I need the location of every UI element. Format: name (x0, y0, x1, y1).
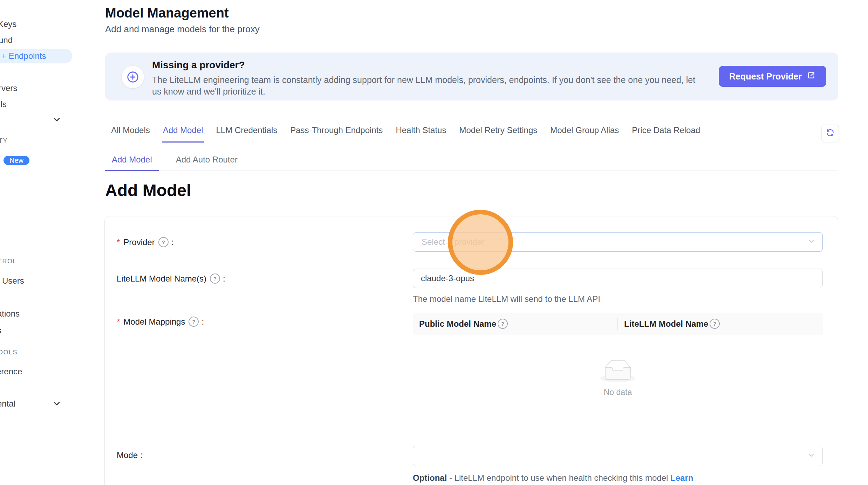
add-model-subtabs: Add Model Add Auto Router (105, 155, 838, 171)
tab-pass-through-endpoints[interactable]: Pass-Through Endpoints (289, 125, 384, 142)
sidebar-section-ty: TY (0, 137, 8, 145)
tab-all-models[interactable]: All Models (110, 125, 151, 142)
sidebar-item-experimental[interactable]: ental (0, 399, 15, 409)
required-asterisk: * (117, 317, 120, 327)
no-data-text: No data (604, 388, 632, 397)
page-subtitle: Add and manage models for the proxy (105, 24, 260, 35)
model-tabs: All Models Add Model LLM Credentials Pas… (105, 125, 838, 142)
tab-model-retry-settings[interactable]: Model Retry Settings (458, 125, 538, 142)
sidebar-item-organizations[interactable]: ations (0, 309, 20, 319)
main-content: Model Management Add and manage models f… (77, 0, 868, 485)
column-litellm-model-name-text: LiteLLM Model Name (624, 319, 708, 329)
subtab-add-model[interactable]: Add Model (105, 155, 159, 171)
model-management-page: { "sidebar": { "keys": "Keys", "und": "u… (0, 0, 868, 485)
provider-label-text: Provider (123, 237, 155, 247)
model-name-input[interactable] (413, 269, 823, 288)
request-provider-label: Request Provider (729, 71, 802, 82)
help-icon[interactable]: ? (189, 317, 199, 327)
mode-helper-text: - LiteLLM endpoint to use when health ch… (447, 473, 670, 483)
banner-body: The LiteLLM engineering team is constant… (152, 74, 706, 97)
tab-health-status[interactable]: Health Status (395, 125, 447, 142)
label-colon: : (223, 274, 225, 284)
sidebar-item-endpoints-label: + Endpoints (1, 51, 46, 61)
help-icon[interactable]: ? (710, 319, 720, 329)
mappings-table-header: Public Model Name ? LiteLLM Model Name ? (413, 313, 823, 335)
provider-select[interactable]: Select a provider (413, 232, 823, 252)
banner-title: Missing a provider? (152, 60, 245, 71)
model-name-label-text: LiteLLM Model Name(s) (117, 274, 206, 284)
column-litellm-model-name: LiteLLM Model Name ? (618, 313, 823, 335)
mode-helper: Optional - LiteLLM endpoint to use when … (413, 473, 693, 483)
add-model-form-card: * Provider ? : Select a provider LiteLLM… (104, 216, 838, 485)
mappings-table-empty-state: No data (413, 335, 823, 428)
mode-label-text: Mode (117, 450, 138, 460)
add-model-heading: Add Model (105, 181, 191, 200)
chevron-down-icon (807, 451, 815, 461)
model-mappings-label-text: Model Mappings (123, 317, 185, 327)
tab-price-data-reload[interactable]: Price Data Reload (631, 125, 701, 142)
mode-label: Mode : (117, 450, 143, 460)
sidebar-section-tools: OOLS (0, 349, 18, 356)
provider-select-placeholder: Select a provider (422, 237, 485, 247)
sidebar-item-ils[interactable]: ils (0, 99, 7, 110)
sidebar-item-keys[interactable]: Keys (0, 19, 16, 29)
subtab-add-auto-router[interactable]: Add Auto Router (169, 155, 244, 171)
sidebar-item-endpoints-active[interactable]: + Endpoints (0, 49, 72, 63)
mode-helper-optional: Optional (413, 473, 447, 483)
page-title: Model Management (105, 6, 229, 21)
help-icon[interactable]: ? (498, 319, 508, 329)
missing-provider-banner: Missing a provider? The LiteLLM engineer… (105, 53, 838, 101)
help-icon[interactable]: ? (210, 273, 220, 284)
tab-llm-credentials[interactable]: LLM Credentials (215, 125, 278, 142)
plus-circle-icon (121, 65, 144, 89)
refresh-button[interactable] (821, 125, 839, 142)
label-colon: : (171, 237, 174, 247)
provider-label: * Provider ? : (117, 237, 173, 247)
label-colon: : (141, 450, 143, 460)
learn-link[interactable]: Learn (670, 473, 693, 483)
tab-add-model[interactable]: Add Model (162, 125, 204, 143)
request-provider-button[interactable]: Request Provider (719, 66, 826, 87)
sidebar-item-users[interactable]: Users (2, 276, 24, 286)
column-public-model-name: Public Model Name ? (413, 313, 618, 335)
tab-model-group-alias[interactable]: Model Group Alias (549, 125, 620, 142)
chevron-down-icon[interactable] (53, 399, 61, 409)
required-asterisk: * (117, 237, 120, 247)
sidebar-item-teams[interactable]: s (0, 325, 1, 336)
sidebar-item-reference[interactable]: erence (0, 366, 22, 377)
help-icon[interactable]: ? (158, 237, 169, 247)
sidebar-item-playground[interactable]: und (0, 35, 13, 46)
model-mappings-label: * Model Mappings ? : (117, 317, 204, 327)
sidebar-item-servers[interactable]: rvers (0, 83, 17, 93)
refresh-icon (826, 128, 835, 139)
empty-inbox-icon (600, 360, 636, 384)
model-name-label: LiteLLM Model Name(s) ? : (117, 273, 225, 284)
model-name-helper: The model name LiteLLM will send to the … (413, 294, 600, 304)
model-mappings-table: Public Model Name ? LiteLLM Model Name ? (413, 313, 823, 428)
external-link-icon (807, 71, 816, 82)
chevron-down-icon (807, 237, 815, 247)
label-colon: : (201, 317, 204, 327)
mode-select[interactable] (413, 446, 823, 466)
sidebar: Keys und + Endpoints rvers ils TY New TR… (0, 0, 77, 485)
new-badge: New (4, 156, 29, 165)
sidebar-section-trol: TROL (0, 258, 17, 265)
column-public-model-name-text: Public Model Name (419, 319, 496, 329)
chevron-down-icon[interactable] (53, 115, 61, 125)
